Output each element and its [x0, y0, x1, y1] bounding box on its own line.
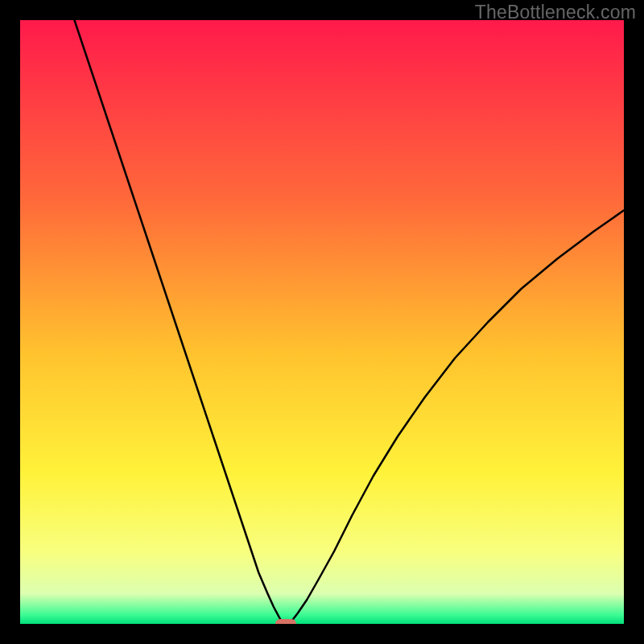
chart-background [20, 20, 624, 624]
watermark-text: TheBottleneck.com [475, 2, 636, 23]
plot-area [20, 20, 624, 624]
chart-frame: TheBottleneck.com [0, 0, 644, 644]
chart-svg [20, 20, 624, 624]
bottleneck-marker [275, 619, 296, 624]
